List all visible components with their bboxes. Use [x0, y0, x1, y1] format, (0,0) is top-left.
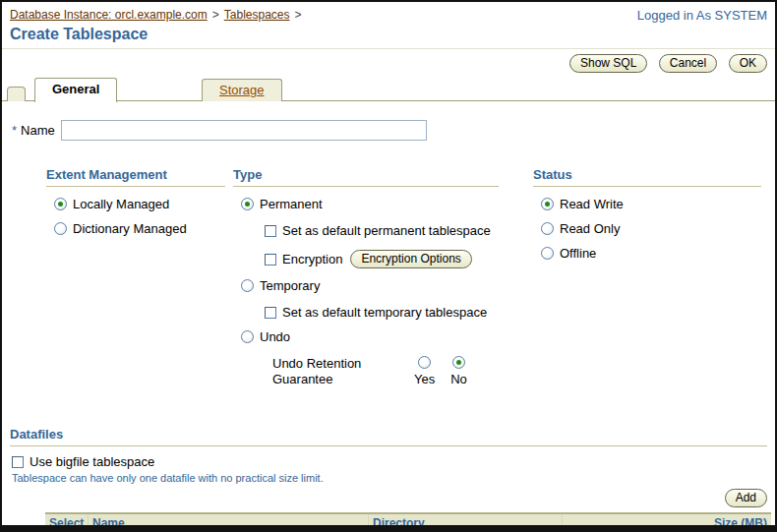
- column-header-directory: Directory: [369, 514, 563, 532]
- action-toolbar: Show SQL Cancel OK: [2, 49, 775, 75]
- status-title: Status: [533, 167, 761, 187]
- add-button-row: Add: [10, 488, 767, 509]
- logged-in-as-text: Logged in As SYSTEM: [637, 8, 767, 23]
- temporary-option: Temporary: [233, 278, 499, 293]
- breadcrumb-tablespaces-link[interactable]: Tablespaces: [224, 8, 290, 22]
- dictionary-managed-label: Dictionary Managed: [73, 221, 187, 236]
- extent-management-section: Extent Management Locally Managed Dictio…: [46, 167, 225, 387]
- read-write-option: Read Write: [533, 197, 761, 211]
- undo-label: Undo: [260, 329, 290, 344]
- use-bigfile-option: Use bigfile tablespace: [12, 454, 767, 469]
- cancel-button[interactable]: Cancel: [659, 54, 717, 73]
- default-permanent-checkbox[interactable]: [265, 225, 276, 237]
- status-section: Status Read Write Read Only Offline: [533, 167, 761, 387]
- default-temporary-option: Set as default temporary tablespace: [233, 305, 499, 320]
- bigfile-note: Tablespace can have only one datafile wi…: [12, 472, 767, 484]
- breadcrumb: Database Instance: orcl.example.com>Tabl…: [10, 8, 307, 22]
- offline-radio[interactable]: [541, 247, 554, 260]
- permanent-radio[interactable]: [241, 198, 254, 210]
- read-write-radio[interactable]: [541, 198, 554, 210]
- locally-managed-radio[interactable]: [54, 198, 67, 210]
- temporary-label: Temporary: [260, 278, 320, 293]
- add-button[interactable]: Add: [725, 489, 767, 507]
- tab-stub: [7, 87, 26, 101]
- encryption-options-button[interactable]: Encryption Options: [350, 250, 471, 268]
- name-field-row: * Name: [12, 120, 767, 141]
- guarantee-no-label: No: [450, 372, 467, 386]
- dictionary-managed-option: Dictionary Managed: [46, 221, 225, 236]
- permanent-label: Permanent: [260, 197, 323, 211]
- dictionary-managed-radio[interactable]: [54, 222, 67, 235]
- undo-radio[interactable]: [241, 330, 254, 343]
- temporary-radio[interactable]: [241, 279, 254, 292]
- locally-managed-label: Locally Managed: [73, 197, 169, 211]
- encryption-option: Encryption Encryption Options: [233, 250, 499, 268]
- datafiles-section: Datafiles Use bigfile tablespace Tablesp…: [10, 427, 767, 532]
- ok-button[interactable]: OK: [729, 54, 767, 73]
- type-section: Type Permanent Set as default permanent …: [233, 167, 499, 387]
- tab-baseline: [2, 100, 775, 101]
- datafiles-table: Select Name Directory Size (MB) No items…: [45, 512, 771, 532]
- guarantee-yes-option: Yes: [414, 356, 435, 387]
- column-header-name: Name: [89, 514, 369, 532]
- undo-retention-guarantee-label: Undo Retention Guarantee: [272, 356, 388, 387]
- datafiles-table-header: Select Name Directory Size (MB): [45, 512, 771, 532]
- read-only-option: Read Only: [533, 221, 761, 236]
- guarantee-no-option: No: [450, 356, 467, 387]
- permanent-option: Permanent: [233, 197, 499, 211]
- use-bigfile-checkbox[interactable]: [12, 456, 24, 468]
- tab-storage-link[interactable]: Storage: [219, 83, 265, 97]
- read-only-label: Read Only: [560, 221, 620, 236]
- datafiles-title: Datafiles: [10, 427, 767, 446]
- use-bigfile-label: Use bigfile tablespace: [30, 454, 154, 469]
- show-sql-button[interactable]: Show SQL: [569, 54, 647, 73]
- tab-storage[interactable]: Storage: [202, 79, 282, 101]
- guarantee-no-radio[interactable]: [452, 356, 465, 369]
- type-title: Type: [233, 167, 499, 187]
- breadcrumb-separator: >: [212, 8, 219, 22]
- breadcrumb-database-instance-link[interactable]: Database Instance: orcl.example.com: [10, 8, 208, 22]
- breadcrumb-separator: >: [295, 8, 302, 22]
- read-only-radio[interactable]: [541, 222, 554, 235]
- locally-managed-option: Locally Managed: [46, 197, 225, 211]
- column-header-size: Size (MB): [563, 514, 771, 532]
- required-marker: *: [12, 123, 17, 138]
- default-permanent-option: Set as default permanent tablespace: [233, 223, 499, 238]
- tab-bar: General Storage: [2, 76, 775, 101]
- name-label: Name: [21, 123, 55, 138]
- option-columns: Extent Management Locally Managed Dictio…: [10, 167, 767, 387]
- guarantee-yes-label: Yes: [414, 372, 435, 386]
- default-temporary-label: Set as default temporary tablespace: [282, 305, 487, 320]
- create-tablespace-page: Database Instance: orcl.example.com>Tabl…: [0, 0, 777, 532]
- encryption-label: Encryption: [282, 252, 342, 266]
- extent-management-title: Extent Management: [46, 167, 225, 187]
- column-header-select: Select: [45, 514, 89, 532]
- default-temporary-checkbox[interactable]: [265, 307, 276, 319]
- guarantee-yes-radio[interactable]: [418, 356, 431, 369]
- name-input[interactable]: [61, 120, 427, 141]
- form-content: * Name Extent Management Locally Managed…: [2, 120, 775, 532]
- undo-retention-guarantee-group: Undo Retention Guarantee Yes No: [233, 356, 499, 387]
- page-header: Database Instance: orcl.example.com>Tabl…: [2, 2, 775, 43]
- offline-label: Offline: [560, 246, 596, 261]
- page-title: Create Tablespace: [10, 26, 767, 43]
- offline-option: Offline: [533, 246, 761, 261]
- undo-option: Undo: [233, 329, 499, 344]
- tab-general[interactable]: General: [34, 78, 117, 102]
- encryption-checkbox[interactable]: [265, 254, 276, 266]
- default-permanent-label: Set as default permanent tablespace: [282, 223, 491, 238]
- read-write-label: Read Write: [560, 197, 624, 211]
